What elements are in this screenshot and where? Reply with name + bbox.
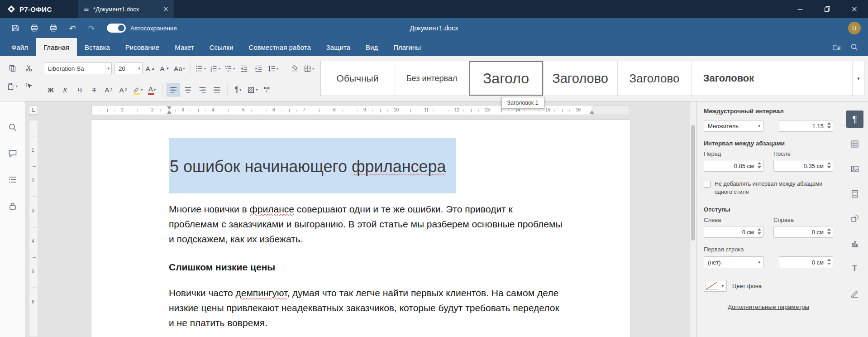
- style-gallery-expand-button[interactable]: ▾: [852, 61, 864, 96]
- save-button[interactable]: [7, 21, 24, 35]
- textart-settings-icon[interactable]: Т: [846, 260, 863, 277]
- redo-button[interactable]: ↷: [83, 21, 100, 35]
- find-icon[interactable]: [5, 120, 20, 134]
- horizontal-ruler[interactable]: 1234567891011121314151617: [91, 105, 630, 115]
- menu-tab[interactable]: Главная: [36, 38, 77, 56]
- multilevel-list-dropdown-arrow[interactable]: ▾: [233, 67, 235, 71]
- left-indent-input[interactable]: 0 см: [704, 226, 763, 238]
- copy-button[interactable]: [5, 62, 20, 75]
- left-indent-marker[interactable]: [167, 111, 172, 114]
- spinner[interactable]: [827, 122, 831, 129]
- menu-tab[interactable]: Рисование: [118, 38, 167, 56]
- borders-dropdown-arrow[interactable]: ▾: [312, 67, 314, 71]
- line-spacing-mode-select[interactable]: Множитель ▾: [704, 120, 763, 132]
- menu-tab[interactable]: Вид: [358, 38, 386, 56]
- spinner[interactable]: [827, 228, 831, 235]
- scrollbar-thumb[interactable]: [691, 125, 695, 241]
- open-file-location-icon[interactable]: [828, 40, 844, 54]
- window-restore-button[interactable]: [814, 0, 841, 18]
- increase-font-button[interactable]: А▲: [143, 62, 157, 75]
- header-footer-settings-icon[interactable]: [846, 185, 863, 202]
- numbered-list-dropdown-arrow[interactable]: ▾: [219, 67, 220, 71]
- right-indent-marker[interactable]: [590, 111, 594, 114]
- comments-icon[interactable]: [5, 147, 20, 160]
- cut-button[interactable]: [21, 62, 36, 75]
- style-item[interactable]: Заголовок: [692, 61, 766, 96]
- chevron-down-icon[interactable]: ▾: [755, 260, 763, 265]
- line-spacing-value-input[interactable]: 1.15: [779, 120, 833, 132]
- select-all-button[interactable]: [21, 80, 36, 93]
- menu-tab[interactable]: Вставка: [77, 38, 118, 56]
- style-item[interactable]: Без интервал: [395, 61, 469, 96]
- clear-style-button[interactable]: [288, 62, 301, 75]
- menu-tab[interactable]: Макет: [167, 38, 201, 56]
- multilevel-list-button[interactable]: ▾: [223, 62, 237, 75]
- menu-tab[interactable]: Защита: [319, 38, 358, 56]
- highlight-color-dropdown-arrow[interactable]: ▾: [141, 88, 143, 92]
- style-item[interactable]: Заголово: [618, 61, 692, 96]
- menu-tab[interactable]: Плагины: [386, 38, 429, 56]
- bullet-list-button[interactable]: ▾: [194, 62, 208, 75]
- style-item[interactable]: Заголо: [469, 61, 544, 96]
- bold-button[interactable]: Ж: [44, 83, 57, 96]
- tab-close-icon[interactable]: ×: [163, 5, 169, 13]
- borders-button[interactable]: ▾: [302, 62, 316, 75]
- line-spacing-button[interactable]: ▾: [267, 62, 280, 75]
- align-right-button[interactable]: [196, 83, 209, 96]
- nonprinting-dropdown-arrow[interactable]: ▾: [239, 88, 241, 92]
- chevron-down-icon[interactable]: ▾: [719, 280, 726, 291]
- spacing-after-input[interactable]: 0.35 см: [773, 160, 833, 172]
- vertical-scrollbar[interactable]: [690, 101, 696, 337]
- image-settings-icon[interactable]: [846, 160, 863, 178]
- print-button[interactable]: [26, 21, 43, 35]
- align-center-button[interactable]: [181, 83, 195, 96]
- user-avatar[interactable]: U: [848, 22, 861, 34]
- strikethrough-button[interactable]: Т: [87, 83, 101, 96]
- menu-tab[interactable]: Совместная работа: [241, 38, 319, 56]
- shading-dropdown-arrow[interactable]: ▾: [256, 88, 258, 92]
- style-item[interactable]: Заголово: [544, 61, 618, 96]
- align-left-button[interactable]: [167, 83, 180, 96]
- align-justify-button[interactable]: [210, 83, 224, 96]
- decrease-font-button[interactable]: А▼: [158, 62, 172, 75]
- spinner[interactable]: [827, 259, 831, 265]
- change-case-button[interactable]: Аа▾: [172, 62, 186, 75]
- window-close-button[interactable]: [841, 0, 868, 18]
- font-color-dropdown-arrow[interactable]: ▾: [154, 88, 156, 92]
- search-icon[interactable]: [846, 40, 863, 54]
- font-color-button[interactable]: А ▾: [145, 83, 159, 96]
- same-style-spacing-checkbox[interactable]: [704, 181, 711, 188]
- document-tab[interactable]: ≡ *Документ1.docx ×: [78, 0, 174, 18]
- decrease-indent-button[interactable]: [238, 62, 251, 75]
- numbered-list-button[interactable]: 123 ▾: [209, 62, 222, 75]
- first-line-indent-marker[interactable]: [167, 106, 172, 110]
- vertical-ruler[interactable]: 123456: [29, 120, 38, 337]
- first-line-value-input[interactable]: 0 см: [779, 256, 833, 268]
- font-size-select[interactable]: 20 ▾: [114, 63, 143, 74]
- background-color-picker[interactable]: ▾: [704, 280, 727, 292]
- undo-button[interactable]: ↶: [64, 21, 81, 35]
- autosave-toggle[interactable]: [107, 24, 126, 33]
- tab-menu-icon[interactable]: ≡: [84, 5, 90, 13]
- paste-dropdown-arrow[interactable]: ▾: [15, 84, 17, 88]
- paragraph-settings-icon[interactable]: ¶: [846, 111, 863, 128]
- chevron-down-icon[interactable]: ▾: [755, 124, 763, 128]
- tab-stop-selector[interactable]: L: [29, 105, 38, 115]
- shape-settings-icon[interactable]: [846, 210, 863, 227]
- italic-button[interactable]: К: [58, 83, 72, 96]
- quick-print-button[interactable]: [45, 21, 62, 35]
- copy-style-button[interactable]: [260, 83, 274, 96]
- subscript-button[interactable]: А2: [116, 83, 130, 96]
- menu-tab[interactable]: Ссылки: [202, 38, 241, 56]
- underline-button[interactable]: Ч: [73, 83, 86, 96]
- protection-lock-icon[interactable]: [5, 199, 20, 213]
- menu-tab[interactable]: Файл: [4, 38, 36, 56]
- highlight-color-button[interactable]: ▾: [131, 83, 144, 96]
- spinner[interactable]: [827, 162, 831, 168]
- shading-button[interactable]: ▾: [246, 83, 259, 96]
- bullet-list-dropdown-arrow[interactable]: ▾: [204, 67, 206, 71]
- paste-button[interactable]: ▾: [5, 80, 20, 93]
- signature-settings-icon[interactable]: [846, 285, 863, 302]
- advanced-settings-link[interactable]: Дополнительные параметры: [728, 303, 809, 310]
- window-minimize-button[interactable]: [787, 0, 814, 18]
